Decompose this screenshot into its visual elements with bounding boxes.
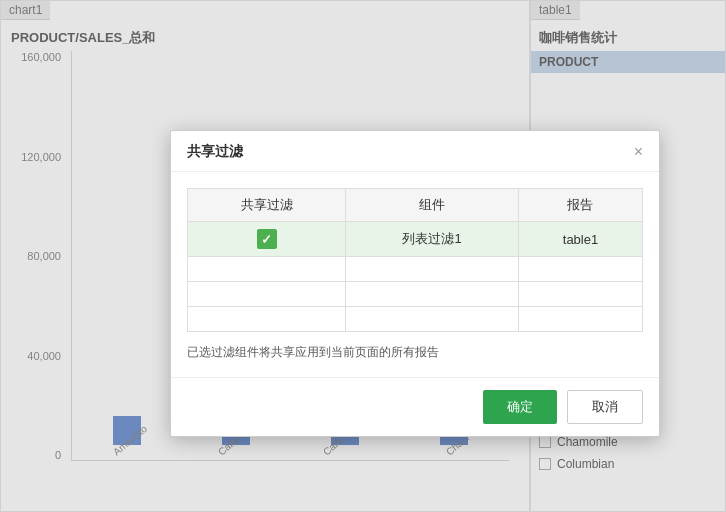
share-filter-dialog: 共享过滤 × 共享过滤 组件 报告 ✓ 列表过滤1: [170, 130, 660, 437]
row1-component: 列表过滤1: [346, 222, 519, 257]
dialog-footer: 确定 取消: [171, 377, 659, 436]
cancel-button[interactable]: 取消: [567, 390, 643, 424]
dialog-body: 共享过滤 组件 报告 ✓ 列表过滤1 table1: [171, 172, 659, 377]
dialog-note: 已选过滤组件将共享应用到当前页面的所有报告: [187, 344, 643, 361]
main-container: chart1 PRODUCT/SALES_总和 160,000 120,000 …: [0, 0, 726, 512]
share-filter-table: 共享过滤 组件 报告 ✓ 列表过滤1 table1: [187, 188, 643, 332]
table-row-empty-2: [188, 282, 643, 307]
col-share-filter: 共享过滤: [188, 189, 346, 222]
table-row-1: ✓ 列表过滤1 table1: [188, 222, 643, 257]
row1-checkbox-cell[interactable]: ✓: [188, 222, 346, 257]
col-component: 组件: [346, 189, 519, 222]
row1-check-icon: ✓: [257, 229, 277, 249]
col-report: 报告: [518, 189, 642, 222]
table-row-empty-1: [188, 257, 643, 282]
close-button[interactable]: ×: [634, 144, 643, 160]
table-row-empty-3: [188, 307, 643, 332]
row1-report: table1: [518, 222, 642, 257]
dialog-header: 共享过滤 ×: [171, 131, 659, 172]
confirm-button[interactable]: 确定: [483, 390, 557, 424]
dialog-title: 共享过滤: [187, 143, 243, 161]
